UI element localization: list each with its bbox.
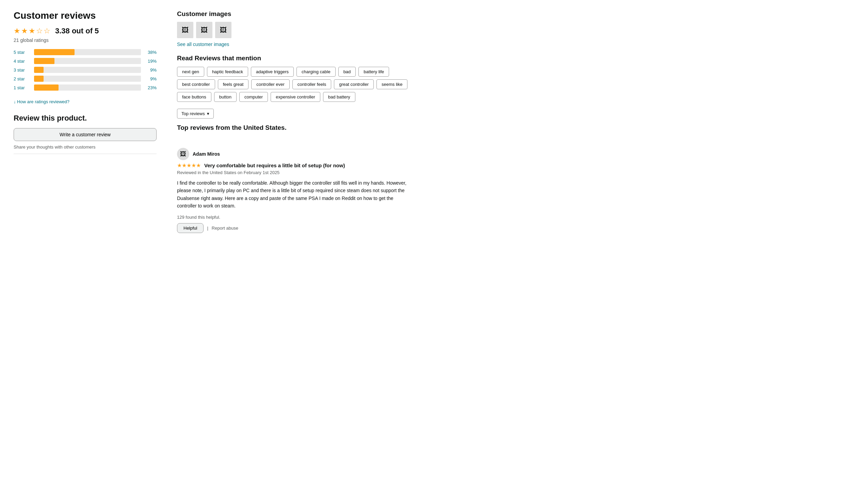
star-label-5: 5 star — [14, 50, 31, 55]
bar-pct-5: 38% — [144, 50, 157, 55]
badge-row: Vine Voice — [177, 139, 463, 145]
helpful-row: Helpful | Report abuse — [177, 223, 463, 233]
chevron-down-icon: ▾ — [207, 111, 209, 116]
star-row-3[interactable]: 3 star 9% — [14, 67, 157, 73]
star-label-1: 1 star — [14, 85, 31, 90]
bar-track-4 — [34, 58, 141, 64]
bar-pct-4: 19% — [144, 59, 157, 64]
ratings-faq[interactable]: ↓ How are ratings reviewed? — [14, 99, 157, 104]
tag-controller-ever[interactable]: controller ever — [251, 79, 289, 89]
star-row-4[interactable]: 4 star 19% — [14, 58, 157, 64]
customer-images-row: 🖼 🖼 🖼 — [177, 22, 463, 38]
customer-images-title: Customer images — [177, 10, 463, 18]
see-all-images-link[interactable]: See all customer images — [177, 42, 463, 47]
tag-great-controller[interactable]: great controller — [334, 79, 374, 89]
bar-fill-4 — [34, 58, 54, 64]
avatar: 🖼 — [177, 148, 189, 160]
star-label-3: 3 star — [14, 67, 31, 73]
star-label-4: 4 star — [14, 59, 31, 64]
bar-pct-1: 23% — [144, 85, 157, 90]
pipe-separator: | — [207, 226, 208, 231]
star-bars: 5 star 38% 4 star 19% 3 star 9% — [14, 49, 157, 91]
bar-pct-3: 9% — [144, 67, 157, 73]
global-ratings: 21 global ratings — [14, 37, 157, 43]
left-column: Customer reviews ★★★☆☆ 3.38 out of 5 21 … — [14, 10, 157, 240]
tag-computer[interactable]: computer — [239, 92, 268, 102]
bar-fill-5 — [34, 49, 75, 55]
review-title-row: ★★★★★ Very comfortable but requires a li… — [177, 162, 463, 169]
helpful-text: 129 found this helpful. — [177, 215, 463, 220]
tag-charging-cable[interactable]: charging cable — [296, 67, 336, 77]
bar-fill-3 — [34, 67, 44, 73]
customer-reviews-title: Customer reviews — [14, 10, 157, 21]
rating-stars: ★★★☆☆ — [14, 27, 51, 35]
star-row-5[interactable]: 5 star 38% — [14, 49, 157, 55]
review-product-title: Review this product. — [14, 114, 157, 123]
tags-row-1: best controller feels great controller e… — [177, 79, 463, 89]
tag-adaptive-triggers[interactable]: adaptive triggers — [251, 67, 294, 77]
bar-pct-2: 9% — [144, 76, 157, 81]
tag-expensive-controller[interactable]: expensive controller — [271, 92, 320, 102]
tag-face-buttons[interactable]: face buttons — [177, 92, 211, 102]
ratings-faq-link[interactable]: ↓ How are ratings reviewed? — [14, 99, 69, 104]
bar-fill-2 — [34, 76, 44, 82]
left-divider — [14, 154, 157, 154]
customer-image-thumb-2[interactable]: 🖼 — [196, 22, 212, 38]
review-body: I find the controller to be really comfo… — [177, 179, 408, 210]
customer-image-thumb-1[interactable]: 🖼 — [177, 22, 193, 38]
review-title: Very comfortable but requires a little b… — [204, 163, 345, 168]
reviewer-name: Adam Miros — [193, 151, 220, 157]
bar-fill-1 — [34, 84, 59, 91]
tag-seems-like[interactable]: seems like — [376, 79, 407, 89]
review-date: Reviewed in the United States on Februar… — [177, 170, 463, 175]
tags-row-2: face buttons button computer expensive c… — [177, 92, 463, 102]
helpful-button[interactable]: Helpful — [177, 223, 204, 233]
report-abuse-link[interactable]: Report abuse — [212, 226, 238, 231]
rating-summary: ★★★☆☆ 3.38 out of 5 — [14, 27, 157, 35]
bar-track-2 — [34, 76, 141, 82]
right-column: Customer images 🖼 🖼 🖼 See all customer i… — [177, 10, 463, 240]
bar-track-3 — [34, 67, 141, 73]
sort-label: Top reviews — [181, 111, 205, 116]
top-reviews-heading: Top reviews from the United States. — [177, 124, 463, 132]
tag-battery-life[interactable]: battery life — [358, 67, 389, 77]
bar-track-1 — [34, 84, 141, 91]
tag-button[interactable]: button — [214, 92, 237, 102]
read-reviews-title: Read Reviews that mention — [177, 55, 463, 62]
sort-dropdown[interactable]: Top reviews ▾ — [177, 109, 214, 119]
reviewer-row: 🖼 Adam Miros — [177, 148, 463, 160]
tags-row-0: next gen haptic feedback adaptive trigge… — [177, 67, 463, 77]
tag-feels-great[interactable]: feels great — [218, 79, 249, 89]
tags-section: next gen haptic feedback adaptive trigge… — [177, 67, 463, 102]
review-stars: ★★★★★ — [177, 162, 201, 169]
review-card-0: Vine Voice 🖼 Adam Miros ★★★★★ Very comfo… — [177, 139, 463, 233]
star-row-1[interactable]: 1 star 23% — [14, 84, 157, 91]
star-label-2: 2 star — [14, 76, 31, 81]
share-text: Share your thoughts with other customers — [14, 144, 157, 150]
tag-controller-feels[interactable]: controller feels — [292, 79, 332, 89]
tag-best-controller[interactable]: best controller — [177, 79, 215, 89]
rating-number: 3.38 out of 5 — [55, 27, 99, 35]
tag-haptic-feedback[interactable]: haptic feedback — [207, 67, 248, 77]
customer-image-thumb-3[interactable]: 🖼 — [215, 22, 231, 38]
tag-bad[interactable]: bad — [338, 67, 356, 77]
bar-track-5 — [34, 49, 141, 55]
star-row-2[interactable]: 2 star 9% — [14, 76, 157, 82]
write-review-button[interactable]: Write a customer review — [14, 128, 157, 141]
tag-bad-battery[interactable]: bad battery — [323, 92, 355, 102]
tag-next-gen[interactable]: next gen — [177, 67, 204, 77]
